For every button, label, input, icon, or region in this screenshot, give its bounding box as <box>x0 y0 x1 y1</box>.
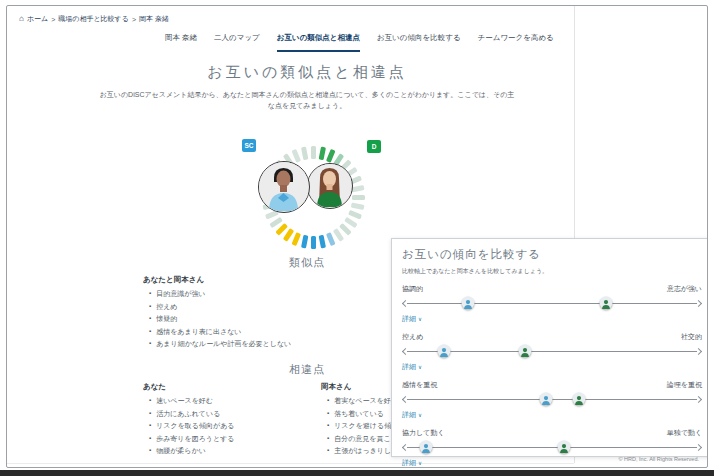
ring-tick <box>291 232 301 246</box>
window-bottom-edge <box>0 470 714 476</box>
tab-item[interactable]: 岡本 奈緒 <box>165 33 197 52</box>
slider-list: 協調的 意志が強い <box>402 284 702 468</box>
partner-marker-icon <box>600 297 613 310</box>
comparison-slider-row: 控えめ 社交的 <box>402 332 702 372</box>
breadcrumb-separator: > <box>51 16 55 23</box>
page-title: お互いの類似点と相違点 <box>37 63 577 82</box>
detail-toggle-link[interactable]: 詳細 ∨ <box>402 362 422 372</box>
list-item: あまり細かなルールや計画を必要としない <box>149 340 291 347</box>
detail-link-label: 詳細 <box>402 362 416 372</box>
ring-tick <box>301 234 308 248</box>
compare-tendencies-panel: お互いの傾向を比較する 比較軸上であなたと岡本さんを比較してみましょう。 協調的… <box>391 238 708 457</box>
tab-label: 岡本 奈緒 <box>165 33 197 42</box>
breadcrumb-separator: > <box>132 16 136 23</box>
tab-item[interactable]: お互いの傾向を比較する <box>377 33 461 52</box>
list-item: 目的意識が強い <box>149 290 291 297</box>
compare-panel-title: お互いの傾向を比較する <box>402 247 702 262</box>
list-item: 歩み寄りを図ろうとする <box>149 435 234 442</box>
breadcrumb: ⌂ ホーム > 職場の相手と比較する > 岡本 奈緒 <box>19 14 169 24</box>
partner-style-badge: D <box>367 140 381 153</box>
differences-you-label: あなた <box>143 382 166 392</box>
comparison-slider-track <box>402 393 702 406</box>
chevron-down-icon: ∨ <box>418 364 422 370</box>
ring-tick <box>350 202 364 209</box>
you-avatar <box>258 161 310 213</box>
chevron-down-icon: ∨ <box>418 460 422 466</box>
page-frame: ⌂ ホーム > 職場の相手と比較する > 岡本 奈緒 岡本 奈緒 二人のマップ … <box>6 5 708 468</box>
partner-marker-icon <box>558 441 571 454</box>
ring-tick <box>311 146 316 159</box>
partner-marker-icon <box>573 393 586 406</box>
comparison-slider-track <box>402 441 702 454</box>
ring-tick <box>318 234 325 248</box>
chevron-down-icon: ∨ <box>418 316 422 322</box>
tab-bar: 岡本 奈緒 二人のマップ お互いの類似点と相違点 お互いの傾向を比較する チーム… <box>165 33 554 52</box>
ring-tick <box>352 195 365 200</box>
comparison-slider-row: 感情を重視 論理を重視 <box>402 380 702 420</box>
man-avatar-icon <box>259 162 308 211</box>
detail-toggle-link[interactable]: 詳細 ∨ <box>402 458 422 468</box>
similarities-list: 目的意識が強い控えめ懐疑的感情をあまり表に出さないあまり細かなルールや計画を必要… <box>149 290 291 347</box>
tab-item[interactable]: 二人のマップ <box>214 33 260 52</box>
ring-tick <box>301 146 308 160</box>
ring-tick <box>311 236 316 249</box>
detail-toggle-link[interactable]: 詳細 ∨ <box>402 410 422 420</box>
slider-right-label: 社交的 <box>681 332 702 342</box>
slider-left-label: 協調的 <box>402 284 423 294</box>
similarities-subheading: あなたと岡本さん <box>143 275 204 285</box>
breadcrumb-current-page: 岡本 奈緒 <box>139 14 169 24</box>
slider-right-label: 論理を重視 <box>667 380 702 390</box>
woman-avatar-icon <box>308 164 351 207</box>
chevron-down-icon: ∨ <box>418 412 422 418</box>
list-item: 懐疑的 <box>149 315 291 322</box>
you-marker-icon <box>420 441 433 454</box>
app-window: ⌂ ホーム > 職場の相手と比較する > 岡本 奈緒 岡本 奈緒 二人のマップ … <box>0 0 714 476</box>
comparison-slider-row: 協調的 意志が強い <box>402 284 702 324</box>
tab-item[interactable]: チームワークを高める <box>478 33 554 52</box>
tab-item[interactable]: お互いの類似点と相違点 <box>277 33 360 52</box>
list-item: 物腰が柔らかい <box>149 447 234 454</box>
ring-tick <box>348 209 362 219</box>
comparison-slider-row: 協力して動く 単独で動く <box>402 428 702 468</box>
ring-tick <box>325 148 335 162</box>
you-marker-icon <box>462 297 475 310</box>
tab-label: お互いの類似点と相違点 <box>277 33 360 42</box>
slider-arrow-right-icon <box>695 395 702 402</box>
home-icon: ⌂ <box>19 15 24 23</box>
ring-tick <box>318 146 325 160</box>
slider-arrow-right-icon <box>695 443 702 450</box>
tab-label: お互いの傾向を比較する <box>377 33 461 42</box>
differences-you-list: 速いペースを好む活力にあふれているリスクを取る傾向がある歩み寄りを図ろうとする物… <box>149 397 234 454</box>
comparison-slider-track <box>402 345 702 358</box>
breadcrumb-home-link[interactable]: ホーム <box>27 14 48 24</box>
slider-arrow-right-icon <box>695 347 702 354</box>
tab-label: チームワークを高める <box>478 33 554 42</box>
ring-tick <box>291 148 301 162</box>
detail-link-label: 詳細 <box>402 410 416 420</box>
tab-label: 二人のマップ <box>214 33 260 42</box>
partner-avatar <box>307 163 353 209</box>
slider-arrow-right-icon <box>695 299 702 306</box>
compare-panel-subtitle: 比較軸上であなたと岡本さんを比較してみましょう。 <box>402 267 702 276</box>
detail-link-label: 詳細 <box>402 314 416 324</box>
list-item: 速いペースを好む <box>149 397 234 404</box>
differences-partner-label: 岡本さん <box>321 382 351 392</box>
page-description: お互いのDiSCアセスメント結果から、あなたと岡本さんの類似点と相違点について、… <box>97 89 517 111</box>
list-item: リスクを取る傾向がある <box>149 422 234 429</box>
slider-right-label: 単独で動く <box>667 428 702 438</box>
you-marker-icon <box>540 393 553 406</box>
slider-right-label: 意志が強い <box>667 284 702 294</box>
list-item: 活力にあふれている <box>149 410 234 417</box>
detail-toggle-link[interactable]: 詳細 ∨ <box>402 314 422 324</box>
slider-left-label: 控えめ <box>402 332 423 342</box>
detail-link-label: 詳細 <box>402 458 416 468</box>
ring-tick <box>325 232 335 246</box>
comparison-slider-track <box>402 297 702 310</box>
list-item: 控えめ <box>149 303 291 310</box>
you-style-badge: SC <box>242 139 256 152</box>
slider-left-label: 協力して動く <box>402 428 445 438</box>
you-marker-icon <box>438 345 451 358</box>
breadcrumb-compare-link[interactable]: 職場の相手と比較する <box>58 14 129 24</box>
avatar-comparison-graphic: SC D <box>237 134 389 258</box>
slider-left-label: 感情を重視 <box>402 380 437 390</box>
